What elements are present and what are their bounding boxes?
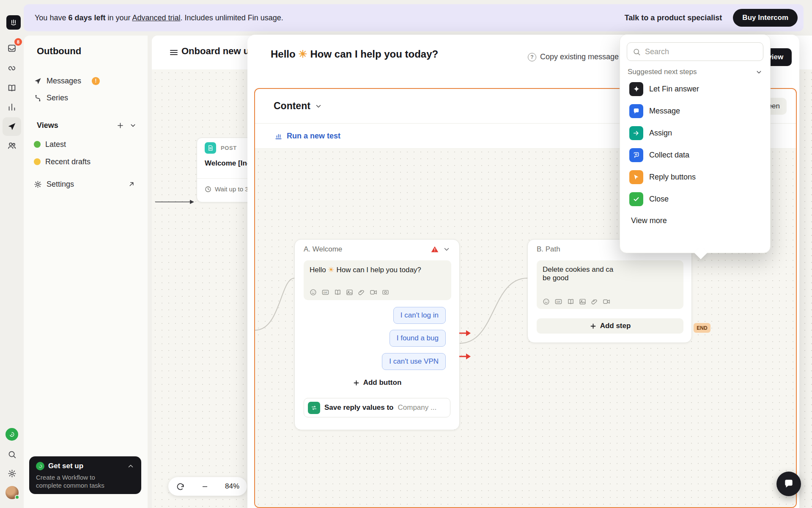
run-new-test-link[interactable]: Run a new test xyxy=(287,132,340,141)
branch-arrow-red xyxy=(458,329,472,338)
swirl-icon xyxy=(8,431,15,438)
rail-ai-automation[interactable] xyxy=(3,59,21,78)
setup-progress-icon xyxy=(36,462,44,470)
reply-buttons-icon xyxy=(629,170,643,184)
path-message-bubble[interactable]: Delete cookies and ca be good GIF xyxy=(537,260,683,309)
attachment-icon[interactable] xyxy=(358,289,365,296)
advanced-trial-link[interactable]: Advanced trial xyxy=(132,14,181,22)
reply-button-cant-login[interactable]: I can't log in xyxy=(393,307,446,324)
undo-icon[interactable] xyxy=(176,482,185,491)
setup-description: Create a Workflow to complete common tas… xyxy=(36,473,134,489)
video-icon[interactable] xyxy=(603,298,610,305)
rail-outbound[interactable] xyxy=(3,117,21,136)
buy-intercom-button[interactable]: Buy Intercom xyxy=(733,9,798,27)
plus-icon xyxy=(590,323,597,330)
help-icon: ? xyxy=(528,53,536,61)
welcome-message-bubble[interactable]: Hello ☀ How can I help you today? GIF xyxy=(304,260,451,300)
add-button-action[interactable]: Add button xyxy=(295,378,459,387)
gear-icon xyxy=(34,180,42,188)
messages-alert-badge: ! xyxy=(92,77,100,85)
path-message-line2: be good xyxy=(543,274,678,282)
rail-search[interactable] xyxy=(3,445,21,464)
zoom-controls: 84% xyxy=(168,477,247,496)
gear-icon xyxy=(8,469,16,478)
rail-knowledge[interactable] xyxy=(3,79,21,97)
article-icon[interactable] xyxy=(567,298,574,305)
test-chart-icon xyxy=(274,132,283,140)
assign-icon xyxy=(629,126,643,140)
chevron-down-icon[interactable] xyxy=(315,102,322,110)
book-icon xyxy=(7,83,16,93)
image-icon[interactable] xyxy=(346,289,353,296)
step-assign[interactable]: Assign xyxy=(627,122,763,144)
step-close[interactable]: Close xyxy=(627,188,763,210)
series-icon xyxy=(34,94,42,102)
menu-icon[interactable] xyxy=(169,47,179,58)
rail-profile[interactable] xyxy=(3,483,21,502)
sidebar-item-series[interactable]: Series xyxy=(30,90,141,106)
search-icon xyxy=(633,48,641,56)
article-icon[interactable] xyxy=(334,289,341,296)
chevron-up-icon[interactable] xyxy=(127,462,134,470)
sun-emoji: ☀ xyxy=(298,48,307,60)
people-icon xyxy=(7,141,16,150)
zoom-out-icon[interactable] xyxy=(201,483,208,490)
product-specialist-link[interactable]: Talk to a product specialist xyxy=(625,14,722,22)
sidebar-item-messages[interactable]: Messages ! xyxy=(30,73,141,89)
paper-plane-icon xyxy=(7,122,16,131)
gif-icon[interactable]: GIF xyxy=(321,289,329,296)
swap-icon xyxy=(308,402,320,414)
gif-icon[interactable]: GIF xyxy=(554,298,562,305)
messenger-launcher[interactable] xyxy=(776,472,801,496)
sidebar-view-recent-drafts[interactable]: Recent drafts xyxy=(30,155,141,169)
chat-icon xyxy=(783,478,794,489)
search-icon xyxy=(8,450,16,459)
image-icon[interactable] xyxy=(579,298,586,305)
sidebar-item-settings[interactable]: Settings xyxy=(30,177,141,192)
trial-banner-text: You have 6 days left in your Advanced tr… xyxy=(35,14,283,22)
rail-switcher[interactable] xyxy=(3,425,21,444)
green-app-icon xyxy=(5,428,18,441)
path-node-label: B. Path xyxy=(537,245,560,254)
step-let-fin-answer[interactable]: Let Fin answer xyxy=(627,78,763,100)
svg-text:GIF: GIF xyxy=(324,291,328,294)
intercom-logo[interactable] xyxy=(6,15,21,30)
search-input[interactable] xyxy=(645,47,757,56)
emoji-icon[interactable] xyxy=(310,289,317,296)
video-icon[interactable] xyxy=(370,289,377,296)
chevron-down-icon[interactable] xyxy=(129,122,137,129)
view-more-link[interactable]: View more xyxy=(627,210,763,231)
step-collect-data[interactable]: Collect data xyxy=(627,144,763,166)
emoji-icon[interactable] xyxy=(543,298,550,305)
outbound-sidebar: Outbound Messages ! Series Views Latest … xyxy=(24,36,148,508)
screen-record-icon[interactable] xyxy=(382,289,389,296)
chevron-down-icon[interactable] xyxy=(443,246,450,253)
save-reply-values[interactable]: Save reply values to Company ... xyxy=(304,398,450,417)
reply-button-found-bug[interactable]: I found a bug xyxy=(390,330,446,347)
add-step-button[interactable]: Add step xyxy=(537,318,683,334)
step-reply-buttons[interactable]: Reply buttons xyxy=(627,166,763,188)
plus-icon xyxy=(353,379,360,387)
add-view-icon[interactable] xyxy=(116,121,124,130)
rail-settings[interactable] xyxy=(3,464,21,483)
rail-contacts[interactable] xyxy=(3,136,21,155)
inbox-icon xyxy=(7,44,16,53)
reply-button-cant-vpn[interactable]: I can't use VPN xyxy=(382,353,446,370)
copy-existing-message[interactable]: ? Copy existing message xyxy=(528,52,619,61)
suggested-steps-header: Suggested next steps xyxy=(628,68,763,76)
chevron-down-icon[interactable] xyxy=(755,69,763,76)
check-icon xyxy=(629,192,643,206)
branch-arrow-red xyxy=(458,352,472,361)
get-set-up-card[interactable]: Get set up Create a Workflow to complete… xyxy=(29,456,141,494)
attachment-icon[interactable] xyxy=(591,298,598,305)
rail-inbox[interactable]: 8 xyxy=(3,39,21,58)
welcome-node[interactable]: A. Welcome Hello ☀ How can I help you to… xyxy=(294,239,460,430)
content-label: Content xyxy=(274,100,310,112)
rail-reports[interactable] xyxy=(3,98,21,116)
next-steps-dropdown: Suggested next steps Let Fin answer Mess… xyxy=(620,34,771,253)
path-node[interactable]: B. Path Delete cookies and ca be good GI… xyxy=(527,239,692,343)
end-badge: END xyxy=(694,323,710,333)
step-message[interactable]: Message xyxy=(627,100,763,122)
dropdown-search[interactable] xyxy=(627,42,763,61)
sidebar-view-latest[interactable]: Latest xyxy=(30,137,141,152)
